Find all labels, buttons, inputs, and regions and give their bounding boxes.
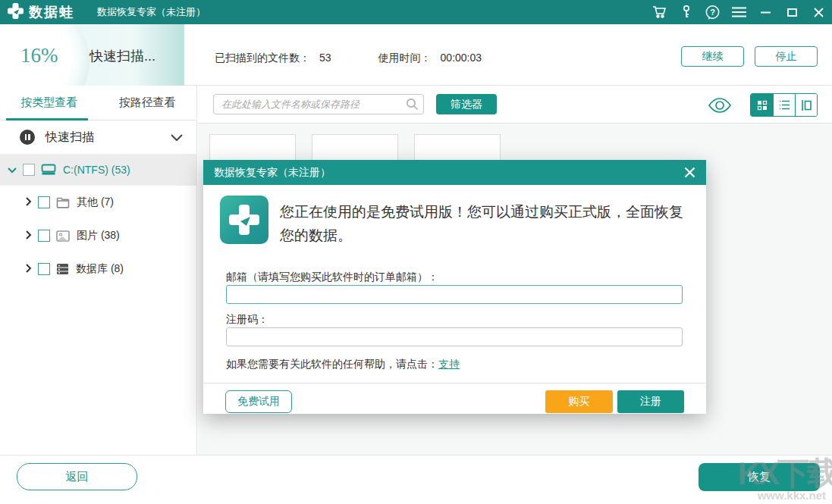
tree-item-label: C:(NTFS) (53) <box>63 164 130 176</box>
tab-view-by-path[interactable]: 按路径查看 <box>99 86 197 120</box>
maximize-button[interactable] <box>779 0 805 24</box>
support-link[interactable]: 支持 <box>438 358 460 370</box>
scan-stats: 已扫描到的文件数： 53 使用时间： 00:00:03 <box>215 52 482 65</box>
app-window: 数据蛙 数据恢复专家（未注册） ? <box>0 0 832 504</box>
app-logo: 数据蛙 <box>0 2 74 23</box>
files-scanned-count: 53 <box>319 52 331 65</box>
brand-name: 数据蛙 <box>29 3 74 21</box>
window-title: 数据恢复专家（未注册） <box>97 5 206 19</box>
folder-icon <box>56 197 70 208</box>
search-input[interactable] <box>213 94 424 114</box>
eye-preview-icon[interactable] <box>708 97 732 114</box>
buy-button[interactable]: 购买 <box>545 390 613 413</box>
app-badge-icon <box>220 196 268 244</box>
bottom-bar: 返回 恢复 KX下载 www.kkx.net <box>0 455 832 504</box>
search-box <box>213 94 424 114</box>
database-icon <box>56 263 69 275</box>
drive-icon <box>41 164 56 176</box>
tab-view-by-type[interactable]: 按类型查看 <box>0 86 99 120</box>
title-bar: 数据蛙 数据恢复专家（未注册） ? <box>0 0 832 24</box>
help-icon[interactable]: ? <box>699 0 726 24</box>
quick-scan-label: 快速扫描 <box>46 130 94 146</box>
email-label: 邮箱（请填写您购买此软件时的订单邮箱）： <box>226 271 438 284</box>
sidebar: 按类型查看 按路径查看 快速扫描 C:(NTFS) (53) <box>0 86 197 455</box>
list-view-icon[interactable] <box>773 94 795 116</box>
checkbox[interactable] <box>38 196 50 208</box>
close-button[interactable] <box>805 0 832 24</box>
tree-item-others[interactable]: 其他 (7) <box>0 186 196 219</box>
scan-progress-panel: 16% 快速扫描... <box>0 24 184 86</box>
code-label: 注册码： <box>226 313 268 327</box>
content-toolbar: 筛选器 <box>198 86 832 124</box>
filter-button[interactable]: 筛选器 <box>436 94 497 114</box>
elapsed-time-label: 使用时间： <box>378 52 432 65</box>
tree-item-label: 图片 (38) <box>77 229 120 243</box>
search-icon <box>406 98 419 114</box>
checkbox[interactable] <box>38 230 50 242</box>
trial-message: 您正在使用的是免费试用版！您可以通过购买正式版，全面恢复您的数据。 <box>280 200 689 248</box>
help-line: 如果您需要有关此软件的任何帮助，请点击：支持 <box>226 358 460 371</box>
tree-item-database[interactable]: 数据库 (8) <box>0 252 196 286</box>
scan-status-bar: 16% 快速扫描... 已扫描到的文件数： 53 使用时间： 00:00:03 … <box>0 24 832 86</box>
tree-item-label: 数据库 (8) <box>76 262 124 276</box>
dialog-title: 数据恢复专家（未注册） <box>214 166 331 180</box>
dialog-header: 数据恢复专家（未注册） <box>203 160 706 185</box>
chevron-down-icon[interactable] <box>8 163 17 177</box>
email-field[interactable] <box>226 285 683 304</box>
elapsed-time-value: 00:00:03 <box>441 52 482 65</box>
tree-item-label: 其他 (7) <box>77 196 114 209</box>
dialog-footer: 免费试用 购买 注册 <box>203 383 706 414</box>
checkbox[interactable] <box>38 263 50 275</box>
checkbox[interactable] <box>23 164 35 176</box>
registration-dialog: 数据恢复专家（未注册） 您正在使用的是免费试用版！您可以通过购买正式版，全面恢复… <box>203 160 706 414</box>
continue-button[interactable]: 继续 <box>681 46 744 67</box>
help-text: 如果您需要有关此软件的任何帮助，请点击： <box>226 358 438 370</box>
quick-scan-row[interactable]: 快速扫描 <box>0 121 196 154</box>
tree-item-drive-c[interactable]: C:(NTFS) (53) <box>0 154 196 186</box>
recover-button[interactable]: 恢复 <box>699 463 820 491</box>
progress-percent: 16% <box>20 44 58 67</box>
dialog-close-icon[interactable] <box>684 167 695 178</box>
view-mode-group <box>750 93 818 117</box>
files-scanned-label: 已扫描到的文件数： <box>215 52 310 65</box>
key-icon[interactable] <box>673 0 699 24</box>
grid-view-icon[interactable] <box>751 94 773 116</box>
column-view-icon[interactable] <box>795 94 817 116</box>
cart-icon[interactable] <box>646 0 673 24</box>
stop-button[interactable]: 停止 <box>755 46 818 67</box>
dialog-body: 您正在使用的是免费试用版！您可以通过购买正式版，全面恢复您的数据。 邮箱（请填写… <box>203 185 706 383</box>
menu-icon[interactable] <box>726 0 752 24</box>
pause-icon[interactable] <box>20 130 35 145</box>
back-button[interactable]: 返回 <box>17 463 137 490</box>
scan-status-text: 快速扫描... <box>89 47 155 65</box>
free-trial-button[interactable]: 免费试用 <box>225 390 292 413</box>
datafrog-cross-icon <box>7 2 24 23</box>
chevron-right-icon[interactable] <box>26 262 32 276</box>
registration-code-field[interactable] <box>226 327 683 346</box>
minimize-button[interactable] <box>752 0 779 24</box>
chevron-right-icon[interactable] <box>26 229 32 243</box>
chevron-down-icon[interactable] <box>171 130 183 144</box>
tree-item-images[interactable]: 图片 (38) <box>0 219 196 252</box>
svg-text:?: ? <box>710 8 715 17</box>
chevron-right-icon[interactable] <box>26 196 32 209</box>
register-button[interactable]: 注册 <box>617 390 684 413</box>
image-icon <box>56 230 70 242</box>
sidebar-tabs: 按类型查看 按路径查看 <box>0 86 196 121</box>
